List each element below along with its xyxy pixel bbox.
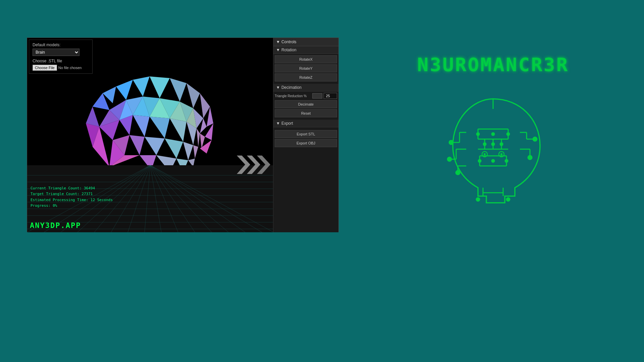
- brand-logo-icon: [426, 82, 560, 216]
- decimation-section-content: Triangle Reduction % Decimate Reset: [273, 92, 338, 120]
- rotation-section-header[interactable]: ▼ Rotation: [273, 46, 338, 54]
- reset-button[interactable]: Reset: [275, 109, 337, 117]
- model-select[interactable]: Brain Skull Heart: [33, 49, 79, 56]
- svg-marker-25: [150, 117, 170, 138]
- svg-point-128: [500, 153, 502, 155]
- svg-point-112: [500, 143, 503, 145]
- controls-label: Controls: [281, 40, 297, 44]
- export-obj-button[interactable]: Export OBJ: [275, 139, 337, 147]
- default-models-label: Default models:: [33, 43, 89, 47]
- export-section-header[interactable]: ▼ Export: [273, 120, 338, 127]
- rotate-y-button[interactable]: RotateY: [275, 64, 337, 72]
- rotation-chevron-icon: ▼: [276, 48, 280, 52]
- svg-point-91: [456, 171, 460, 175]
- 3d-viewport[interactable]: Current Triangle Count: 36494 Target Tri…: [27, 38, 274, 232]
- svg-marker-6: [133, 76, 150, 97]
- svg-marker-10: [200, 93, 210, 118]
- decimation-label: Decimation: [281, 85, 302, 90]
- svg-point-118: [492, 160, 494, 162]
- controls-chevron-icon: ▼: [276, 40, 280, 44]
- file-row: Choose File No file chosen: [33, 65, 89, 71]
- svg-point-111: [492, 143, 494, 145]
- export-section-content: Export STL Export OBJ: [273, 129, 338, 149]
- svg-point-108: [492, 133, 494, 135]
- triangle-reduction-row: Triangle Reduction %: [275, 93, 337, 99]
- decimation-chevron-icon: ▼: [276, 85, 280, 90]
- svg-point-107: [477, 133, 479, 135]
- triangle-reduction-input[interactable]: [324, 93, 337, 99]
- svg-marker-8: [170, 78, 186, 102]
- decimate-button[interactable]: Decimate: [275, 100, 337, 108]
- triangle-slider[interactable]: [312, 93, 322, 99]
- svg-point-117: [478, 160, 481, 162]
- svg-marker-31: [129, 135, 145, 155]
- svg-point-88: [447, 157, 451, 161]
- svg-marker-9: [186, 83, 200, 108]
- triangle-reduction-label: Triangle Reduction %: [275, 94, 312, 98]
- svg-point-95: [533, 137, 537, 141]
- svg-point-84: [449, 140, 453, 144]
- controls-header: ▼ Controls: [273, 38, 338, 46]
- svg-marker-26: [170, 118, 186, 142]
- status-overlay: Current Triangle Count: 36494 Target Tri…: [31, 185, 113, 209]
- rotation-label: Rotation: [281, 48, 297, 52]
- svg-point-110: [483, 143, 486, 145]
- rotation-section-content: RotateX RotateY RotateZ: [273, 54, 338, 84]
- chevron-area: [233, 152, 270, 179]
- choose-stl-label: Choose .STL file: [33, 59, 89, 63]
- svg-marker-7: [150, 76, 170, 98]
- target-triangle-count: Target Triangle Count: 27371: [31, 191, 113, 197]
- svg-marker-77: [237, 156, 250, 174]
- brand-title: N3UROMANCR3R: [417, 54, 569, 75]
- export-stl-button[interactable]: Export STL: [275, 130, 337, 138]
- svg-marker-24: [133, 115, 150, 137]
- file-name-display: No file chosen: [58, 66, 82, 70]
- svg-marker-2: [86, 107, 99, 127]
- svg-marker-35: [193, 145, 198, 159]
- branding-panel: N3UROMANCR3R: [352, 38, 634, 232]
- svg-marker-33: [165, 138, 183, 159]
- svg-marker-5: [116, 80, 133, 100]
- choose-file-button[interactable]: Choose File: [33, 65, 57, 71]
- export-chevron-icon: ▼: [276, 121, 280, 126]
- estimated-time: Estimated Processing Time: 12 Seconds: [31, 197, 113, 203]
- right-controls-panel: ▼ Controls ▼ Rotation RotateX RotateY Ro…: [273, 38, 338, 232]
- app-window: Current Triangle Count: 36494 Target Tri…: [27, 38, 339, 232]
- top-controls-panel: Default models: Brain Skull Heart Choose…: [29, 40, 93, 74]
- svg-marker-34: [183, 142, 193, 160]
- svg-marker-28: [197, 128, 200, 147]
- watermark: ANY3DP.APP: [30, 221, 81, 230]
- rotate-x-button[interactable]: RotateX: [275, 55, 337, 63]
- svg-point-127: [484, 153, 486, 155]
- svg-point-123: [476, 198, 480, 201]
- rotate-z-button[interactable]: RotateZ: [275, 73, 337, 81]
- current-triangle-count: Current Triangle Count: 36494: [31, 185, 113, 191]
- export-label: Export: [281, 121, 293, 126]
- svg-marker-32: [145, 137, 165, 155]
- svg-point-98: [528, 156, 532, 160]
- svg-point-119: [505, 160, 508, 162]
- svg-point-109: [507, 133, 509, 135]
- svg-point-124: [506, 198, 510, 201]
- decimation-section-header[interactable]: ▼ Decimation: [273, 84, 338, 92]
- progress-text: Progress: 0%: [31, 203, 113, 209]
